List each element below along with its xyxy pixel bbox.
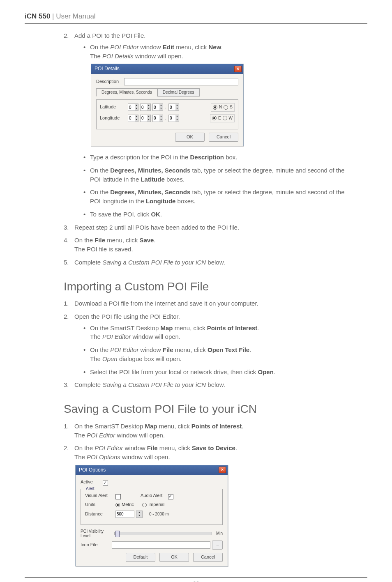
distance-label: Distance [85, 511, 114, 518]
lon-direction[interactable]: E W [210, 114, 235, 123]
visual-alert-label: Visual Alert [85, 492, 114, 499]
alert-group: Alert Visual Alert Audio Alert Units [81, 489, 223, 525]
cancel-button[interactable]: Cancel [209, 133, 238, 142]
radio-imperial[interactable] [142, 503, 147, 507]
visibility-slider[interactable] [114, 532, 212, 535]
step-2-num: 2. [64, 31, 69, 40]
description-label: Description [96, 78, 122, 85]
tab-dms[interactable]: Degrees, Minutes, Seconds [96, 88, 157, 97]
header-title: User Manual [56, 12, 95, 20]
page-footer: 62 [25, 577, 367, 582]
import-b2: On the POI Editor window File menu, clic… [83, 345, 355, 363]
import-b3: Select the POI file from your local or n… [83, 368, 355, 377]
close-icon[interactable]: × [219, 467, 226, 473]
bullet-longitude: On the Degrees, Minutes, Seconds tab, ty… [83, 188, 355, 206]
tab-decimal[interactable]: Decimal Degrees [157, 88, 200, 97]
icon-file-input[interactable] [112, 541, 210, 549]
ok-button[interactable]: OK [175, 133, 205, 142]
ok-button[interactable]: OK [159, 553, 189, 562]
step-3: 3. Repeat step 2 until all POIs have bee… [64, 223, 355, 232]
active-label: Active [81, 479, 101, 485]
dialog-title: POI Details [95, 65, 120, 72]
lat-min-spin[interactable]: ▲▼ [140, 104, 151, 111]
heading-importing: Importing a Custom POI File [64, 278, 355, 295]
lon-min-spin[interactable]: ▲▼ [140, 115, 151, 122]
save-step-1: 1. On the SmartST Desktop Map menu, clic… [64, 422, 355, 440]
lon-deg-spin[interactable]: ▲▼ [128, 115, 138, 122]
radio-e[interactable] [212, 116, 217, 120]
lon-sec-spin[interactable]: ▲▼ [152, 115, 163, 122]
alert-legend: Alert [84, 486, 96, 492]
slider-thumb-icon[interactable] [115, 531, 120, 537]
radio-n[interactable] [213, 105, 217, 110]
step-2-text: Add a POI to the POI File. [74, 32, 145, 39]
header-model: iCN 550 [25, 12, 50, 20]
lat-frac-spin[interactable]: ▲▼ [168, 104, 179, 111]
audio-alert-checkbox[interactable] [168, 494, 173, 499]
close-icon[interactable]: × [234, 66, 242, 72]
page-header: iCN 550 | User Manual [25, 12, 367, 24]
import-b1: On the SmartST Desktop Map menu, click P… [83, 324, 355, 342]
dialog2-titlebar: POI Options × [76, 465, 228, 475]
lon-frac-spin[interactable]: ▲▼ [168, 115, 179, 122]
default-button[interactable]: Default [126, 553, 155, 562]
import-step-1: 1. Download a POI file from the Internet… [64, 299, 355, 308]
latitude-label: Latitude [100, 104, 126, 110]
bullet-latitude: On the Degrees, Minutes, Seconds tab, ty… [83, 166, 355, 184]
audio-alert-label: Audio Alert [141, 492, 162, 499]
step-2-bullet-1: On the POI Editor window Edit menu, clic… [83, 43, 355, 146]
dialog-titlebar: POI Details × [91, 64, 243, 74]
cancel-button[interactable]: Cancel [193, 553, 223, 562]
radio-metric[interactable] [115, 503, 120, 507]
visual-alert-checkbox[interactable] [115, 494, 121, 499]
lat-deg-spin[interactable]: ▲▼ [128, 104, 138, 111]
save-step-2: 2. On the POI Editor window File menu, c… [64, 444, 355, 566]
browse-button[interactable]: ... [212, 541, 223, 550]
distance-input[interactable] [115, 511, 134, 518]
header-sep: | [50, 12, 56, 20]
units-label: Units [85, 501, 114, 508]
step-4: 4. On the File menu, click Save. The POI… [64, 236, 355, 254]
page-number: 62 [193, 580, 199, 582]
visibility-label: POI Visibility Level [81, 529, 110, 538]
step-5: 5. Complete Saving a Custom POI File to … [64, 258, 355, 267]
bullet-description: Type a description for the POI in the De… [83, 153, 355, 162]
lat-direction[interactable]: N S [211, 103, 235, 112]
lat-sec-spin[interactable]: ▲▼ [152, 104, 163, 111]
visibility-min: Min [216, 531, 223, 537]
longitude-label: Longitude [100, 115, 126, 122]
distance-spin[interactable]: ▲▼ [136, 511, 143, 518]
import-step-2: 2. Open the POI file using the POI Edito… [64, 312, 355, 377]
poi-options-dialog: POI Options × Active Alert Visual Alert [75, 465, 228, 566]
description-input[interactable] [124, 78, 238, 85]
import-step-3: 3. Complete Saving a Custom POI File to … [64, 380, 355, 389]
radio-s[interactable] [224, 105, 228, 110]
bullet-save-ok: To save the POI, click OK. [83, 210, 355, 219]
active-checkbox[interactable] [103, 481, 108, 486]
step-2: 2. Add a POI to the POI File. On the POI… [64, 31, 355, 219]
distance-range: 0 - 2000 m [149, 511, 169, 518]
poi-details-dialog: POI Details × Description Degrees, Minut… [91, 64, 244, 146]
dialog2-title: POI Options [79, 467, 106, 474]
heading-saving: Saving a Custom POI File to your iCN [64, 401, 355, 418]
icon-file-label: Icon File [81, 542, 110, 548]
radio-w[interactable] [223, 116, 227, 120]
